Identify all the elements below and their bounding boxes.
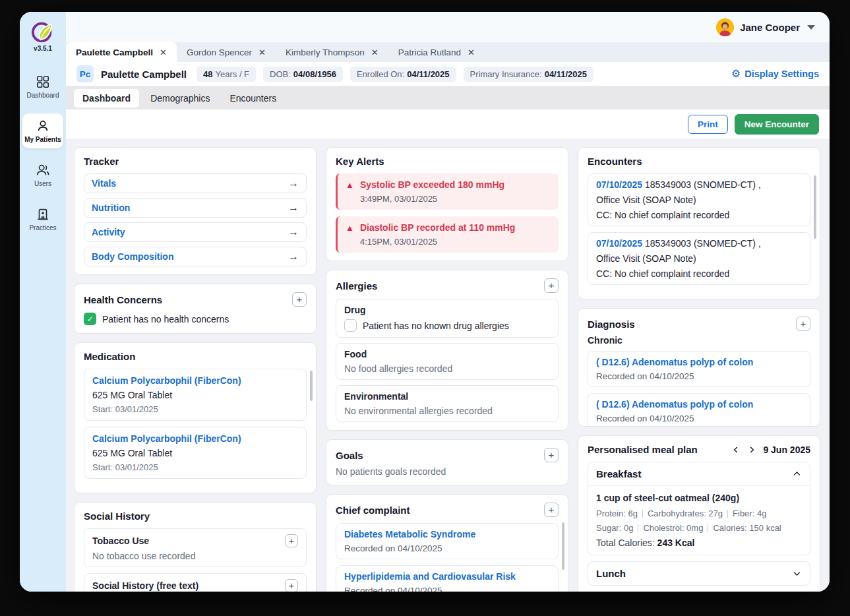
diagnosis-item[interactable]: ( D12.6) Adenomatus polyp of colon Recor…	[588, 351, 810, 387]
patient-tab[interactable]: Gordon Spencer ✕	[177, 42, 276, 62]
add-health-concern-button[interactable]	[292, 292, 307, 307]
arrow-right-icon: →	[288, 226, 299, 238]
patient-tab-label: Gordon Spencer	[187, 47, 252, 57]
age-sex-text: Years / F	[216, 69, 250, 79]
patient-tab[interactable]: Patricia Rutland ✕	[388, 42, 485, 62]
environmental-allergy-section: Environmental No environmental allergies…	[336, 385, 559, 422]
checked-checkbox[interactable]: ✓	[84, 313, 96, 325]
arrow-right-icon: →	[288, 177, 299, 189]
diagnosis-item[interactable]: ( D12.6) Adenomatus polyp of colon Recor…	[588, 393, 810, 427]
patient-tab[interactable]: Paulette Campbell ✕	[66, 42, 177, 62]
top-bar: Jane Cooper	[66, 12, 830, 42]
sidebar-item-users[interactable]: Users	[22, 158, 63, 193]
tracker-row-body-composition[interactable]: Body Composition →	[84, 247, 307, 266]
alert-item: ▲ Diastolic BP recorded at 110 mmHg 4:15…	[336, 216, 559, 253]
add-goal-button[interactable]	[544, 448, 559, 462]
medication-card: Medication Calcium Polycarbophil (FiberC…	[74, 342, 317, 493]
patient-name: Paulette Campbell	[101, 69, 187, 80]
social-history-free-text-section: Social History (free text) Never smoker,…	[84, 573, 307, 592]
tracker-link[interactable]: Activity	[92, 227, 125, 237]
goals-empty-text: No patients goals recorded	[336, 466, 559, 477]
tracker-link[interactable]: Nutrition	[92, 202, 130, 213]
medication-dose: 625 MG Oral Tablet	[92, 448, 298, 458]
column-middle: Key Alerts ▲ Systolic BP exceeded 180 mm…	[326, 147, 568, 592]
alert-time: 3:49PM, 03/01/2025	[360, 194, 551, 204]
scrollbar[interactable]	[814, 175, 816, 239]
breakfast-macros-row2: Sugar: 0g Cholestrol: 0mg Calories: 150 …	[596, 523, 802, 533]
tracker-row-nutrition[interactable]: Nutrition →	[84, 198, 307, 218]
encounter-item[interactable]: 07/10/2025 185349003 (SNOMED-CT) , Offic…	[588, 173, 810, 226]
tab-demographics[interactable]: Demographics	[142, 89, 218, 108]
diagnosis-link[interactable]: ( D12.6) Adenomatus polyp of colon	[596, 399, 802, 410]
medication-item[interactable]: Calcium Polycarbophil (FiberCon) 625 MG …	[84, 427, 307, 479]
chief-complaint-link[interactable]: Hyperlipidemia and Cardiovasular Risk	[344, 571, 550, 582]
goals-title: Goals	[336, 450, 363, 461]
tab-dashboard[interactable]: Dashboard	[74, 89, 139, 108]
sidebar-item-my-patients[interactable]: My Patients	[22, 113, 63, 148]
tracker-link[interactable]: Vitals	[92, 178, 116, 189]
chief-complaint-card: Chief complaint Diabetes Metabolic Syndr…	[326, 494, 568, 592]
add-allergy-button[interactable]	[544, 278, 559, 293]
scrollbar[interactable]	[310, 371, 313, 401]
meal-plan-date: 9 Jun 2025	[763, 445, 810, 455]
print-button[interactable]: Print	[688, 115, 728, 134]
add-social-history-button[interactable]	[285, 579, 298, 592]
scrollbar[interactable]	[562, 522, 564, 570]
breakfast-total-calories: Total Calories: 243 Kcal	[596, 538, 802, 548]
sidebar-item-practices[interactable]: Practices	[22, 202, 63, 237]
patient-info-bar: Pc Paulette Campbell 48 Years / F DOB: 0…	[66, 62, 830, 86]
tab-encounters[interactable]: Encounters	[221, 89, 285, 108]
chevron-down-icon[interactable]	[807, 25, 815, 30]
add-diagnosis-button[interactable]	[796, 317, 810, 331]
patient-subtabs: Dashboard Demographics Encounters	[66, 86, 830, 109]
chief-complaint-recorded: Recorded on 04/10/2025	[344, 543, 550, 553]
sidebar-item-label: My Patients	[24, 136, 61, 143]
medication-name-link[interactable]: Calcium Polycarbophil (FiberCon)	[92, 375, 298, 386]
encounter-item[interactable]: 07/10/2025 185349003 (SNOMED-CT) , Offic…	[588, 232, 810, 285]
breakfast-details: 1 cup of steel-cut oatmeal (240g) Protei…	[588, 486, 810, 555]
tracker-row-vitals[interactable]: Vitals →	[84, 173, 307, 193]
close-icon[interactable]: ✕	[371, 48, 379, 57]
allergies-card: Allergies Drug Patient has no known drug…	[326, 270, 568, 431]
medication-title: Medication	[84, 351, 135, 362]
sidebar-item-dashboard[interactable]: Dashboard	[22, 69, 63, 104]
encounter-cc: CC: No chief complaint recorded	[596, 268, 802, 279]
social-history-free-text-label: Social History (free text)	[92, 580, 198, 591]
social-history-title: Social History	[84, 510, 150, 522]
add-chief-complaint-button[interactable]	[544, 503, 559, 517]
add-tobacco-use-button[interactable]	[285, 534, 298, 547]
chevron-up-icon	[792, 469, 802, 479]
chevron-right-icon[interactable]	[747, 445, 756, 454]
medication-name-link[interactable]: Calcium Polycarbophil (FiberCon)	[92, 433, 298, 444]
sidebar-item-label: Users	[34, 180, 51, 187]
close-icon[interactable]: ✕	[160, 48, 167, 57]
actions-row: Print New Encounter	[66, 109, 830, 139]
chief-complaint-item[interactable]: Hyperlipidemia and Cardiovasular Risk Re…	[336, 565, 559, 592]
tracker-card: Tracker Vitals → Nutrition → Activity →	[74, 147, 317, 275]
chevron-left-icon[interactable]	[731, 445, 741, 454]
close-icon[interactable]: ✕	[468, 48, 475, 57]
tracker-link[interactable]: Body Composition	[92, 251, 173, 262]
sidebar-item-label: Practices	[29, 224, 56, 231]
encounter-date-link[interactable]: 07/10/2025	[596, 179, 642, 190]
encounter-visit-type: Office Visit (SOAP Note)	[596, 253, 802, 264]
new-encounter-button[interactable]: New Encounter	[735, 114, 819, 135]
unchecked-checkbox[interactable]	[344, 319, 357, 332]
chief-complaint-item[interactable]: Diabetes Metabolic Syndrome Recorded on …	[336, 523, 559, 559]
diagnosis-link[interactable]: ( D12.6) Adenomatus polyp of colon	[596, 357, 802, 367]
sidebar-nav: Dashboard My Patients Users	[20, 69, 66, 237]
encounter-date-link[interactable]: 07/10/2025	[596, 238, 642, 249]
hospital-building-icon	[36, 207, 50, 222]
user-avatar[interactable]	[716, 18, 734, 36]
warning-triangle-icon: ▲	[346, 224, 354, 232]
close-icon[interactable]: ✕	[258, 48, 266, 57]
tracker-row-activity[interactable]: Activity →	[84, 222, 307, 242]
medication-item[interactable]: Calcium Polycarbophil (FiberCon) 625 MG …	[84, 369, 307, 421]
breakfast-accordion-header[interactable]: Breakfast	[588, 462, 810, 486]
lunch-accordion-header[interactable]: Lunch	[588, 562, 810, 585]
patient-tab[interactable]: Kimberly Thompson ✕	[276, 42, 388, 62]
chief-complaint-link[interactable]: Diabetes Metabolic Syndrome	[344, 529, 550, 539]
environmental-allergy-label: Environmental	[344, 391, 550, 402]
patient-tab-label: Patricia Rutland	[398, 47, 461, 57]
display-settings-button[interactable]: ⚙ Display Settings	[731, 69, 819, 79]
